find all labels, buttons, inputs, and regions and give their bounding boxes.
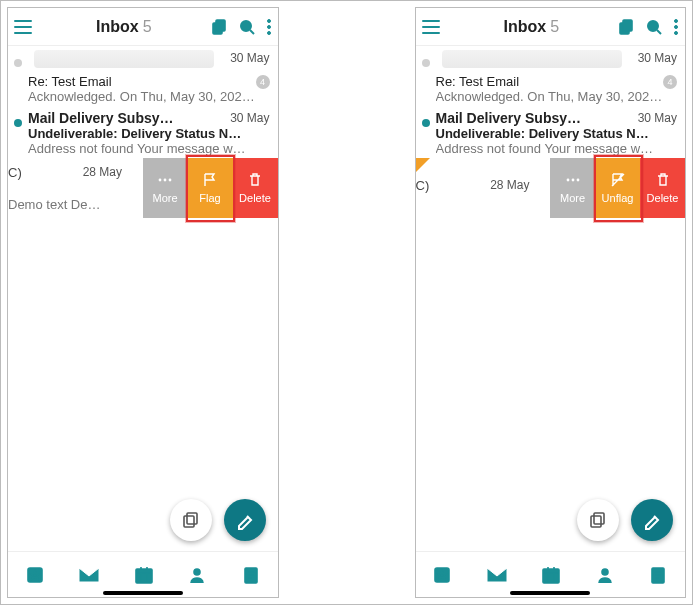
svg-point-21 bbox=[566, 179, 569, 182]
overflow-icon[interactable] bbox=[266, 18, 272, 36]
nav-contacts-icon[interactable] bbox=[595, 565, 615, 585]
svg-point-4 bbox=[267, 25, 270, 28]
svg-rect-1 bbox=[216, 20, 225, 31]
stack-fab[interactable] bbox=[577, 499, 619, 541]
svg-rect-16 bbox=[623, 20, 632, 31]
swipe-delete-label: Delete bbox=[647, 192, 679, 204]
swipe-delete-button[interactable]: Delete bbox=[640, 158, 685, 218]
copy-icon[interactable] bbox=[210, 18, 228, 36]
copy-icon[interactable] bbox=[617, 18, 635, 36]
svg-point-5 bbox=[267, 31, 270, 34]
home-indicator bbox=[103, 591, 183, 595]
msg-preview: Acknowledged. On Thu, May 30, 202… bbox=[28, 89, 270, 104]
msg-preview: Address not found Your message w… bbox=[436, 141, 678, 156]
svg-point-3 bbox=[267, 19, 270, 22]
inbox-count: 5 bbox=[143, 18, 152, 35]
svg-rect-12 bbox=[136, 569, 152, 583]
swipe-more-button[interactable]: More bbox=[550, 158, 595, 218]
swipe-date: 28 May bbox=[490, 178, 529, 192]
msg-subject: Re: Test Email bbox=[28, 74, 112, 89]
inbox-title: Inbox5 bbox=[38, 18, 210, 36]
thread-count-badge: 4 bbox=[256, 75, 270, 89]
inbox-title-text: Inbox bbox=[96, 18, 139, 35]
overflow-icon[interactable] bbox=[673, 18, 679, 36]
msg-preview: Address not found Your message w… bbox=[28, 141, 270, 156]
message-row[interactable]: Re: Test Email 4 Acknowledged. On Thu, M… bbox=[416, 70, 686, 106]
svg-point-23 bbox=[576, 179, 579, 182]
thread-count-badge: 4 bbox=[663, 75, 677, 89]
svg-point-2 bbox=[241, 21, 251, 31]
swipe-preview: Demo text De… bbox=[8, 197, 100, 212]
message-list: 30 May Re: Test Email 4 Acknowledged. On… bbox=[8, 46, 278, 551]
msg-subject: Undeliverable: Delivery Status N… bbox=[436, 126, 678, 141]
swipe-flag-label: Flag bbox=[199, 192, 220, 204]
msg-preview: Acknowledged. On Thu, May 30, 202… bbox=[436, 89, 678, 104]
message-row[interactable]: Re: Test Email 4 Acknowledged. On Thu, M… bbox=[8, 70, 278, 106]
swipe-sender: C) bbox=[8, 165, 22, 185]
swipe-sender: C) bbox=[416, 178, 430, 198]
msg-date: 30 May bbox=[230, 111, 269, 125]
search-icon[interactable] bbox=[238, 18, 256, 36]
swipe-delete-label: Delete bbox=[239, 192, 271, 204]
nav-favorites-icon[interactable] bbox=[25, 565, 45, 585]
search-icon[interactable] bbox=[645, 18, 663, 36]
svg-point-17 bbox=[648, 21, 658, 31]
svg-point-22 bbox=[571, 179, 574, 182]
msg-sender: Mail Delivery Subsy… bbox=[436, 110, 582, 126]
inbox-title: Inbox5 bbox=[446, 18, 618, 36]
swipe-delete-button[interactable]: Delete bbox=[233, 158, 278, 218]
menu-button[interactable] bbox=[14, 19, 38, 35]
swipe-more-label: More bbox=[152, 192, 177, 204]
msg-sender: Mail Delivery Subsy… bbox=[28, 110, 174, 126]
swipe-row[interactable]: C) 28 May Demo text De… More Flag bbox=[8, 158, 278, 218]
svg-point-20 bbox=[675, 31, 678, 34]
svg-point-7 bbox=[164, 179, 167, 182]
nav-notes-icon[interactable] bbox=[648, 565, 668, 585]
phone-left: Inbox5 30 May Re: Test Email 4 bbox=[7, 7, 279, 598]
svg-point-28 bbox=[602, 569, 608, 575]
swipe-flag-button[interactable]: Flag bbox=[188, 158, 233, 218]
nav-mail-icon[interactable] bbox=[78, 567, 100, 583]
nav-notes-icon[interactable] bbox=[241, 565, 261, 585]
phone-right: Inbox5 30 May Re: Test Email 4 bbox=[415, 7, 687, 598]
message-row[interactable]: Mail Delivery Subsy… 30 May Undeliverabl… bbox=[8, 106, 278, 158]
home-indicator bbox=[510, 591, 590, 595]
swipe-date: 28 May bbox=[83, 165, 122, 179]
msg-date: 30 May bbox=[638, 111, 677, 125]
stack-fab[interactable] bbox=[170, 499, 212, 541]
inbox-title-text: Inbox bbox=[503, 18, 546, 35]
app-header: Inbox5 bbox=[416, 8, 686, 46]
svg-point-19 bbox=[675, 25, 678, 28]
swipe-unflag-label: Unflag bbox=[602, 192, 634, 204]
msg-date: 30 May bbox=[638, 51, 677, 65]
msg-subject: Re: Test Email bbox=[436, 74, 520, 89]
svg-point-13 bbox=[194, 569, 200, 575]
menu-button[interactable] bbox=[422, 19, 446, 35]
svg-rect-9 bbox=[184, 516, 194, 527]
compose-fab[interactable] bbox=[224, 499, 266, 541]
svg-rect-24 bbox=[591, 516, 601, 527]
swipe-unflag-button[interactable]: Unflag bbox=[595, 158, 640, 218]
nav-favorites-icon[interactable] bbox=[432, 565, 452, 585]
msg-subject: Undeliverable: Delivery Status N… bbox=[28, 126, 270, 141]
app-header: Inbox5 bbox=[8, 8, 278, 46]
svg-point-6 bbox=[159, 179, 162, 182]
swipe-more-button[interactable]: More bbox=[143, 158, 188, 218]
svg-point-8 bbox=[169, 179, 172, 182]
flag-indicator-icon bbox=[416, 158, 430, 172]
svg-rect-27 bbox=[543, 569, 559, 583]
inbox-count: 5 bbox=[550, 18, 559, 35]
message-row[interactable]: Mail Delivery Subsy… 30 May Undeliverabl… bbox=[416, 106, 686, 158]
message-list: 30 May Re: Test Email 4 Acknowledged. On… bbox=[416, 46, 686, 551]
nav-contacts-icon[interactable] bbox=[187, 565, 207, 585]
nav-calendar-icon[interactable] bbox=[541, 565, 561, 585]
svg-point-18 bbox=[675, 19, 678, 22]
svg-rect-25 bbox=[594, 513, 604, 524]
svg-rect-10 bbox=[187, 513, 197, 524]
compose-fab[interactable] bbox=[631, 499, 673, 541]
nav-mail-icon[interactable] bbox=[486, 567, 508, 583]
msg-date: 30 May bbox=[230, 51, 269, 65]
swipe-row[interactable]: C) 28 May More Unflag Delete bbox=[416, 158, 686, 218]
nav-calendar-icon[interactable] bbox=[134, 565, 154, 585]
swipe-more-label: More bbox=[560, 192, 585, 204]
